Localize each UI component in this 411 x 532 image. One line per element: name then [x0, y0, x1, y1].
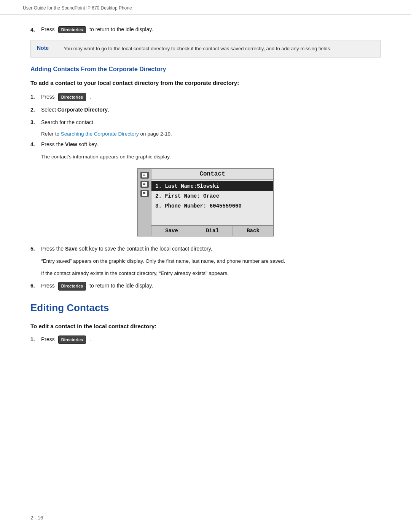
- step6-content: Press Directories to return to the idle …: [41, 282, 381, 291]
- header-text: User Guide for the SoundPoint IP 670 Des…: [23, 5, 132, 11]
- directories-button-top[interactable]: Directories: [58, 26, 86, 33]
- refer-text: Refer to: [41, 131, 61, 137]
- screen-rows: 1. Last Name:Slowski 2. First Name: Grac…: [151, 180, 273, 225]
- step3-number: 3.: [30, 118, 41, 126]
- desc-after-step5b: If the contact already exists in the con…: [41, 270, 381, 277]
- step4-top-number: 4.: [30, 27, 41, 33]
- directories-button-1[interactable]: Directories: [58, 93, 86, 102]
- directories-button-6[interactable]: Directories: [58, 282, 86, 291]
- step-5: 5. Press the Save soft key to save the c…: [30, 245, 381, 253]
- screen-row-2: 2. First Name: Grace: [151, 191, 273, 201]
- phone-icon-svg-2: [142, 182, 148, 187]
- edit-step-1: 1. Press Directories .: [30, 335, 381, 344]
- edit-step1-prefix: Press: [41, 336, 56, 342]
- note-box: Note You may want to go to the local con…: [30, 40, 381, 58]
- step4-number: 4.: [30, 141, 41, 149]
- refer-line: Refer to Searching the Corporate Directo…: [41, 131, 381, 137]
- steps-list-4: 6. Press Directories to return to the id…: [30, 282, 381, 291]
- screen-title: Contact: [151, 169, 273, 180]
- note-label: Note: [37, 45, 60, 51]
- step2-bold: Corporate Directory: [57, 107, 108, 113]
- step6-suffix: to return to the idle display.: [89, 283, 153, 289]
- page-wrapper: User Guide for the SoundPoint IP 670 Des…: [0, 0, 411, 532]
- directories-button-edit1[interactable]: Directories: [58, 335, 86, 344]
- svg-rect-9: [144, 184, 145, 185]
- phone-icon-2: [140, 181, 149, 188]
- step4-top: 4. Press Directories to return to the id…: [30, 26, 381, 33]
- svg-rect-1: [143, 174, 144, 174]
- step6-prefix: Press: [41, 283, 56, 289]
- section-heading: Adding Contacts From the Corporate Direc…: [30, 66, 381, 73]
- phone-icon-1: [140, 172, 149, 179]
- step4-suffix: soft key.: [77, 141, 98, 147]
- phone-icon-svg-3: [142, 191, 148, 196]
- step-2: 2. Select Corporate Directory.: [30, 106, 381, 114]
- step1-content: Press Directories .: [41, 93, 381, 102]
- step4-content: Press the View soft key.: [41, 141, 381, 149]
- page-number: 2 - 16: [30, 515, 43, 521]
- step4-top-suffix: to return to the idle display.: [89, 26, 153, 32]
- steps-list-3: 5. Press the Save soft key to save the c…: [30, 245, 381, 253]
- step-3: 3. Search for the contact.: [30, 118, 381, 126]
- phone-icon-svg-1: [142, 173, 148, 178]
- edit-step1-content: Press Directories .: [41, 335, 381, 344]
- phone-screen-body: Contact 1. Last Name:Slowski 2. First Na…: [151, 169, 273, 236]
- note-text: You may want to go to the local contact …: [64, 45, 331, 53]
- step2-suffix: .: [108, 107, 109, 113]
- step-4: 4. Press the View soft key.: [30, 141, 381, 149]
- screen-row-1: 1. Last Name:Slowski: [151, 181, 273, 191]
- step1-prefix: Press: [41, 94, 56, 100]
- step5-bold: Save: [65, 246, 78, 252]
- svg-rect-7: [144, 183, 145, 184]
- editing-contacts-heading: Editing Contacts: [30, 302, 381, 314]
- edit-step1-suffix: .: [89, 336, 91, 342]
- step3-content: Search for the contact.: [41, 118, 381, 126]
- phone-screen-wrapper: Contact 1. Last Name:Slowski 2. First Na…: [30, 168, 381, 236]
- steps-list: 1. Press Directories . 2. Select Corpora…: [30, 93, 381, 127]
- sub-heading: To add a contact to your local contact d…: [30, 80, 381, 86]
- header-bar: User Guide for the SoundPoint IP 670 Des…: [0, 0, 411, 15]
- step5-number: 5.: [30, 245, 41, 253]
- edit-step1-number: 1.: [30, 335, 41, 343]
- step2-content: Select Corporate Directory.: [41, 106, 381, 114]
- softkey-back[interactable]: Back: [233, 226, 273, 236]
- step5-content: Press the Save soft key to save the cont…: [41, 245, 381, 253]
- step-1: 1. Press Directories .: [30, 93, 381, 102]
- step4-bold: View: [65, 141, 77, 147]
- step4-top-content: Press Directories to return to the idle …: [41, 26, 381, 33]
- desc-after-step4: The contact's information appears on the…: [41, 153, 381, 161]
- step-6: 6. Press Directories to return to the id…: [30, 282, 381, 291]
- task-heading: To edit a contact in the local contact d…: [30, 323, 381, 329]
- step5-prefix: Press the: [41, 246, 65, 252]
- refer-link[interactable]: Searching the Corporate Directory: [61, 131, 139, 137]
- step4-prefix: Press the: [41, 141, 65, 147]
- svg-rect-3: [143, 175, 144, 176]
- softkey-dial[interactable]: Dial: [192, 226, 233, 236]
- editing-steps-list: 1. Press Directories .: [30, 335, 381, 344]
- step4-top-prefix: Press: [41, 26, 55, 32]
- refer-suffix: on page 2-19.: [139, 131, 172, 137]
- phone-screen: Contact 1. Last Name:Slowski 2. First Na…: [137, 168, 274, 236]
- step6-number: 6.: [30, 282, 41, 290]
- svg-rect-14: [144, 193, 145, 194]
- step1-number: 1.: [30, 93, 41, 101]
- main-content: 4. Press Directories to return to the id…: [0, 15, 411, 364]
- svg-rect-12: [144, 192, 145, 193]
- step1-suffix: .: [89, 94, 91, 100]
- step2-prefix: Select: [41, 107, 57, 113]
- step3-text: Search for the contact.: [41, 119, 95, 125]
- steps-list-2: 4. Press the View soft key.: [30, 141, 381, 149]
- desc-after-step5a: “Entry saved” appears on the graphic dis…: [41, 257, 381, 265]
- step2-number: 2.: [30, 106, 41, 114]
- svg-rect-6: [143, 183, 144, 184]
- svg-rect-4: [144, 175, 145, 176]
- phone-icon-3: [140, 190, 149, 197]
- svg-rect-11: [143, 192, 144, 193]
- screen-softkeys: Save Dial Back: [151, 225, 273, 236]
- softkey-save[interactable]: Save: [151, 226, 192, 236]
- phone-left-icons: [138, 169, 151, 236]
- svg-rect-8: [143, 184, 144, 185]
- svg-rect-13: [143, 193, 144, 194]
- svg-rect-2: [144, 174, 145, 174]
- step5-suffix: soft key to save the contact in the loca…: [78, 246, 212, 252]
